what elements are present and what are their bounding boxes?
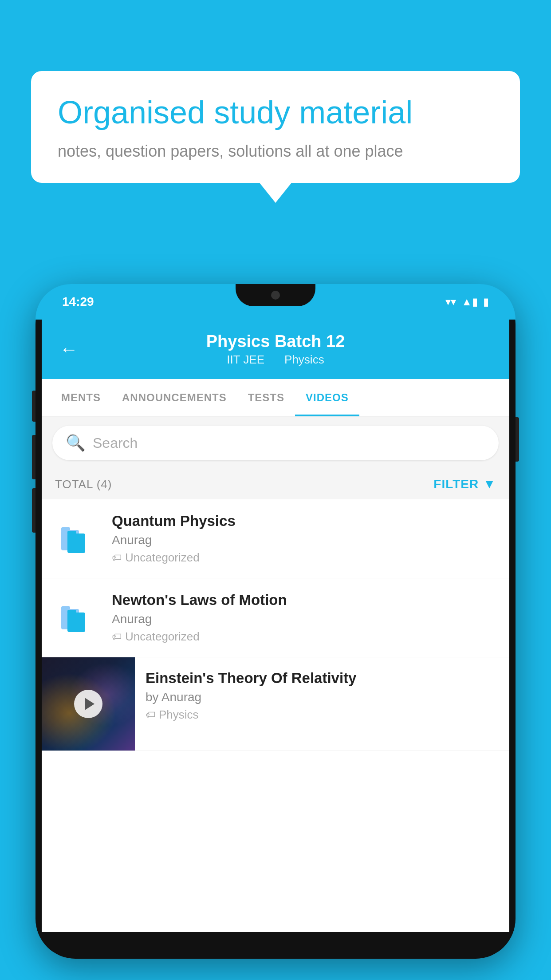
video-list: Quantum Physics Anurag 🏷 Uncategorized xyxy=(42,499,509,751)
header-title-group: Physics Batch 12 IIT JEE Physics xyxy=(206,332,345,367)
batch-subject: Physics xyxy=(284,353,324,366)
video-info: Einstein's Theory Of Relativity by Anura… xyxy=(135,657,509,734)
phone-notch xyxy=(236,284,315,306)
svg-rect-7 xyxy=(67,610,76,614)
status-time: 14:29 xyxy=(62,295,94,309)
phone-screen: ← Physics Batch 12 IIT JEE Physics MENTS… xyxy=(42,320,509,932)
folder-icon xyxy=(55,596,99,640)
status-bar: 14:29 ▾▾ ▲▮ ▮ xyxy=(35,284,516,320)
video-title: Einstein's Theory Of Relativity xyxy=(146,670,499,687)
phone-side-button xyxy=(32,488,35,533)
tag-icon: 🏷 xyxy=(146,709,155,721)
batch-category: IIT JEE xyxy=(227,353,264,366)
tab-videos[interactable]: VIDEOS xyxy=(295,379,359,416)
svg-rect-2 xyxy=(67,533,85,553)
video-title: Quantum Physics xyxy=(112,513,496,530)
status-icons: ▾▾ ▲▮ ▮ xyxy=(445,296,489,308)
list-item[interactable]: Einstein's Theory Of Relativity by Anura… xyxy=(42,657,509,751)
batch-subtitle: IIT JEE Physics xyxy=(206,353,345,367)
tab-announcements[interactable]: ANNOUNCEMENTS xyxy=(111,379,237,416)
app-header: ← Physics Batch 12 IIT JEE Physics xyxy=(42,320,509,379)
svg-rect-6 xyxy=(67,612,85,632)
filter-bar: TOTAL (4) FILTER ▼ xyxy=(42,469,509,499)
phone-volume-up-button xyxy=(32,391,35,422)
tag-icon: 🏷 xyxy=(112,552,122,564)
video-info: Newton's Laws of Motion Anurag 🏷 Uncateg… xyxy=(112,592,496,644)
tab-bar: MENTS ANNOUNCEMENTS TESTS VIDEOS xyxy=(42,379,509,417)
total-count: TOTAL (4) xyxy=(55,478,112,491)
phone-power-button xyxy=(516,417,519,462)
play-button[interactable] xyxy=(74,690,102,718)
video-author: by Anurag xyxy=(146,690,499,704)
battery-icon: ▮ xyxy=(483,296,489,308)
back-button[interactable]: ← xyxy=(59,339,78,360)
signal-icon: ▲▮ xyxy=(461,296,478,308)
folder-icon xyxy=(55,517,99,561)
speech-bubble: Organised study material notes, question… xyxy=(31,71,520,183)
list-item[interactable]: Newton's Laws of Motion Anurag 🏷 Uncateg… xyxy=(42,578,509,657)
video-tag: 🏷 Uncategorized xyxy=(112,630,496,644)
search-container: 🔍 Search xyxy=(42,417,509,469)
search-placeholder: Search xyxy=(93,435,138,451)
phone-bottom xyxy=(42,932,509,952)
batch-title: Physics Batch 12 xyxy=(206,332,345,351)
tag-icon: 🏷 xyxy=(112,631,122,643)
bubble-subtitle: notes, question papers, solutions all at… xyxy=(58,142,493,161)
svg-rect-3 xyxy=(67,531,76,535)
speech-bubble-container: Organised study material notes, question… xyxy=(31,71,520,183)
video-title: Newton's Laws of Motion xyxy=(112,592,496,609)
video-author: Anurag xyxy=(112,612,496,626)
wifi-icon: ▾▾ xyxy=(445,296,456,308)
tab-tests[interactable]: TESTS xyxy=(237,379,295,416)
bubble-title: Organised study material xyxy=(58,93,493,131)
video-info: Quantum Physics Anurag 🏷 Uncategorized xyxy=(112,513,496,565)
filter-icon: ▼ xyxy=(483,477,496,491)
video-tag: 🏷 Uncategorized xyxy=(112,551,496,565)
phone-volume-down-button xyxy=(32,435,35,479)
search-icon: 🔍 xyxy=(66,434,86,452)
search-box[interactable]: 🔍 Search xyxy=(52,426,499,460)
phone: 14:29 ▾▾ ▲▮ ▮ ← Physics Batch 12 IIT JEE xyxy=(35,284,516,959)
phone-container: 14:29 ▾▾ ▲▮ ▮ ← Physics Batch 12 IIT JEE xyxy=(35,284,516,980)
video-thumbnail xyxy=(42,657,135,751)
video-author: Anurag xyxy=(112,533,496,547)
filter-button[interactable]: FILTER ▼ xyxy=(433,477,496,491)
video-tag: 🏷 Physics xyxy=(146,708,499,722)
front-camera xyxy=(271,291,280,300)
tab-documents[interactable]: MENTS xyxy=(51,379,111,416)
list-item[interactable]: Quantum Physics Anurag 🏷 Uncategorized xyxy=(42,499,509,578)
play-icon xyxy=(85,698,94,710)
